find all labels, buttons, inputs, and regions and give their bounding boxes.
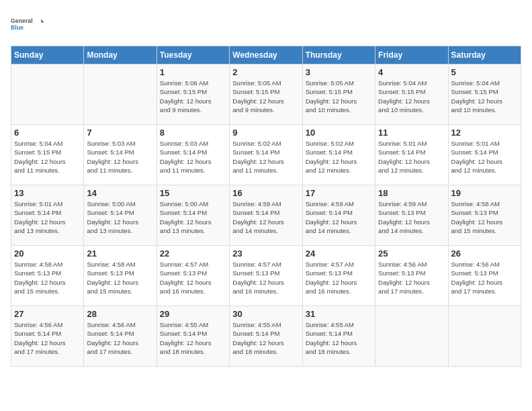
day-cell: 2Sunrise: 5:05 AM Sunset: 5:15 PM Daylig… bbox=[230, 64, 302, 125]
day-number: 17 bbox=[306, 188, 372, 198]
svg-text:Blue: Blue bbox=[11, 24, 24, 31]
day-cell: 19Sunrise: 4:58 AM Sunset: 5:13 PM Dayli… bbox=[448, 185, 521, 246]
day-number: 27 bbox=[14, 309, 81, 319]
day-info: Sunrise: 4:56 AM Sunset: 5:14 PM Dayligh… bbox=[87, 320, 153, 356]
day-info: Sunrise: 4:55 AM Sunset: 5:14 PM Dayligh… bbox=[160, 320, 226, 356]
day-cell bbox=[11, 64, 84, 125]
day-cell: 20Sunrise: 4:58 AM Sunset: 5:13 PM Dayli… bbox=[11, 246, 84, 306]
day-info: Sunrise: 4:56 AM Sunset: 5:14 PM Dayligh… bbox=[14, 320, 81, 356]
day-number: 21 bbox=[87, 248, 153, 259]
day-cell: 3Sunrise: 5:05 AM Sunset: 5:15 PM Daylig… bbox=[302, 64, 375, 125]
day-number: 8 bbox=[160, 128, 226, 138]
day-number: 10 bbox=[306, 128, 372, 138]
day-info: Sunrise: 4:56 AM Sunset: 5:13 PM Dayligh… bbox=[451, 260, 518, 295]
day-number: 20 bbox=[14, 248, 81, 259]
day-info: Sunrise: 5:01 AM Sunset: 5:14 PM Dayligh… bbox=[451, 139, 518, 175]
day-info: Sunrise: 4:57 AM Sunset: 5:13 PM Dayligh… bbox=[160, 260, 226, 295]
day-cell: 29Sunrise: 4:55 AM Sunset: 5:14 PM Dayli… bbox=[157, 306, 229, 367]
day-number: 24 bbox=[306, 248, 372, 259]
day-number: 12 bbox=[451, 128, 518, 138]
day-number: 18 bbox=[378, 188, 445, 198]
day-cell bbox=[375, 306, 448, 367]
day-info: Sunrise: 4:55 AM Sunset: 5:14 PM Dayligh… bbox=[306, 320, 372, 356]
col-header-tuesday: Tuesday bbox=[157, 46, 229, 64]
day-info: Sunrise: 5:01 AM Sunset: 5:14 PM Dayligh… bbox=[378, 139, 445, 175]
day-info: Sunrise: 5:03 AM Sunset: 5:14 PM Dayligh… bbox=[160, 139, 226, 175]
col-header-friday: Friday bbox=[375, 46, 448, 64]
day-number: 16 bbox=[232, 188, 299, 198]
day-info: Sunrise: 4:56 AM Sunset: 5:13 PM Dayligh… bbox=[378, 260, 445, 295]
day-number: 26 bbox=[451, 248, 518, 259]
day-cell: 5Sunrise: 5:04 AM Sunset: 5:15 PM Daylig… bbox=[448, 64, 521, 125]
day-info: Sunrise: 4:58 AM Sunset: 5:13 PM Dayligh… bbox=[14, 260, 81, 295]
day-info: Sunrise: 5:01 AM Sunset: 5:14 PM Dayligh… bbox=[14, 199, 81, 235]
col-header-saturday: Saturday bbox=[448, 46, 521, 64]
day-info: Sunrise: 4:59 AM Sunset: 5:14 PM Dayligh… bbox=[306, 199, 372, 235]
day-number: 23 bbox=[232, 248, 299, 259]
day-cell: 26Sunrise: 4:56 AM Sunset: 5:13 PM Dayli… bbox=[448, 246, 521, 306]
day-cell: 25Sunrise: 4:56 AM Sunset: 5:13 PM Dayli… bbox=[375, 246, 448, 306]
day-info: Sunrise: 5:06 AM Sunset: 5:15 PM Dayligh… bbox=[160, 79, 226, 114]
day-cell: 12Sunrise: 5:01 AM Sunset: 5:14 PM Dayli… bbox=[448, 125, 521, 185]
day-number: 2 bbox=[232, 67, 299, 77]
col-header-wednesday: Wednesday bbox=[230, 46, 302, 64]
day-info: Sunrise: 4:59 AM Sunset: 5:13 PM Dayligh… bbox=[378, 199, 445, 235]
day-cell: 24Sunrise: 4:57 AM Sunset: 5:13 PM Dayli… bbox=[302, 246, 375, 306]
week-row-5: 27Sunrise: 4:56 AM Sunset: 5:14 PM Dayli… bbox=[11, 306, 521, 367]
svg-marker-2 bbox=[41, 19, 44, 23]
col-header-sunday: Sunday bbox=[11, 46, 84, 64]
day-cell: 10Sunrise: 5:02 AM Sunset: 5:14 PM Dayli… bbox=[302, 125, 375, 185]
day-cell: 23Sunrise: 4:57 AM Sunset: 5:13 PM Dayli… bbox=[230, 246, 302, 306]
day-cell: 9Sunrise: 5:02 AM Sunset: 5:14 PM Daylig… bbox=[230, 125, 302, 185]
header-row: SundayMondayTuesdayWednesdayThursdayFrid… bbox=[11, 46, 521, 64]
day-number: 19 bbox=[451, 188, 518, 198]
day-cell: 1Sunrise: 5:06 AM Sunset: 5:15 PM Daylig… bbox=[157, 64, 229, 125]
day-info: Sunrise: 4:57 AM Sunset: 5:13 PM Dayligh… bbox=[306, 260, 372, 295]
day-info: Sunrise: 4:59 AM Sunset: 5:14 PM Dayligh… bbox=[232, 199, 299, 235]
day-cell: 8Sunrise: 5:03 AM Sunset: 5:14 PM Daylig… bbox=[157, 125, 229, 185]
day-info: Sunrise: 4:55 AM Sunset: 5:14 PM Dayligh… bbox=[232, 320, 299, 356]
day-cell: 30Sunrise: 4:55 AM Sunset: 5:14 PM Dayli… bbox=[230, 306, 302, 367]
calendar-table: SundayMondayTuesdayWednesdayThursdayFrid… bbox=[11, 46, 521, 367]
day-cell: 4Sunrise: 5:04 AM Sunset: 5:15 PM Daylig… bbox=[375, 64, 448, 125]
day-cell: 14Sunrise: 5:00 AM Sunset: 5:14 PM Dayli… bbox=[84, 185, 157, 246]
day-number: 1 bbox=[160, 67, 226, 77]
svg-text:General: General bbox=[11, 17, 33, 24]
day-info: Sunrise: 5:00 AM Sunset: 5:14 PM Dayligh… bbox=[160, 199, 226, 235]
day-info: Sunrise: 5:04 AM Sunset: 5:15 PM Dayligh… bbox=[451, 79, 518, 114]
logo-svg: General Blue bbox=[11, 11, 44, 38]
day-info: Sunrise: 4:57 AM Sunset: 5:13 PM Dayligh… bbox=[232, 260, 299, 295]
day-info: Sunrise: 5:05 AM Sunset: 5:15 PM Dayligh… bbox=[306, 79, 372, 114]
day-cell: 21Sunrise: 4:58 AM Sunset: 5:13 PM Dayli… bbox=[84, 246, 157, 306]
day-cell: 15Sunrise: 5:00 AM Sunset: 5:14 PM Dayli… bbox=[157, 185, 229, 246]
day-cell: 28Sunrise: 4:56 AM Sunset: 5:14 PM Dayli… bbox=[84, 306, 157, 367]
day-number: 30 bbox=[232, 309, 299, 319]
day-number: 11 bbox=[378, 128, 445, 138]
day-number: 5 bbox=[451, 67, 518, 77]
day-cell bbox=[448, 306, 521, 367]
day-info: Sunrise: 5:05 AM Sunset: 5:15 PM Dayligh… bbox=[232, 79, 299, 114]
day-info: Sunrise: 5:03 AM Sunset: 5:14 PM Dayligh… bbox=[87, 139, 153, 175]
logo: General Blue bbox=[11, 11, 44, 38]
week-row-4: 20Sunrise: 4:58 AM Sunset: 5:13 PM Dayli… bbox=[11, 246, 521, 306]
day-cell: 16Sunrise: 4:59 AM Sunset: 5:14 PM Dayli… bbox=[230, 185, 302, 246]
day-info: Sunrise: 5:02 AM Sunset: 5:14 PM Dayligh… bbox=[232, 139, 299, 175]
day-cell: 31Sunrise: 4:55 AM Sunset: 5:14 PM Dayli… bbox=[302, 306, 375, 367]
day-number: 7 bbox=[87, 128, 153, 138]
day-cell: 11Sunrise: 5:01 AM Sunset: 5:14 PM Dayli… bbox=[375, 125, 448, 185]
day-number: 31 bbox=[306, 309, 372, 319]
day-number: 3 bbox=[306, 67, 372, 77]
day-cell: 22Sunrise: 4:57 AM Sunset: 5:13 PM Dayli… bbox=[157, 246, 229, 306]
week-row-2: 6Sunrise: 5:04 AM Sunset: 5:15 PM Daylig… bbox=[11, 125, 521, 185]
day-number: 6 bbox=[14, 128, 81, 138]
day-number: 22 bbox=[160, 248, 226, 259]
day-cell: 13Sunrise: 5:01 AM Sunset: 5:14 PM Dayli… bbox=[11, 185, 84, 246]
day-cell: 6Sunrise: 5:04 AM Sunset: 5:15 PM Daylig… bbox=[11, 125, 84, 185]
header: General Blue bbox=[11, 11, 521, 38]
col-header-monday: Monday bbox=[84, 46, 157, 64]
day-cell bbox=[84, 64, 157, 125]
day-info: Sunrise: 5:02 AM Sunset: 5:14 PM Dayligh… bbox=[306, 139, 372, 175]
day-cell: 27Sunrise: 4:56 AM Sunset: 5:14 PM Dayli… bbox=[11, 306, 84, 367]
day-cell: 17Sunrise: 4:59 AM Sunset: 5:14 PM Dayli… bbox=[302, 185, 375, 246]
day-number: 14 bbox=[87, 188, 153, 198]
